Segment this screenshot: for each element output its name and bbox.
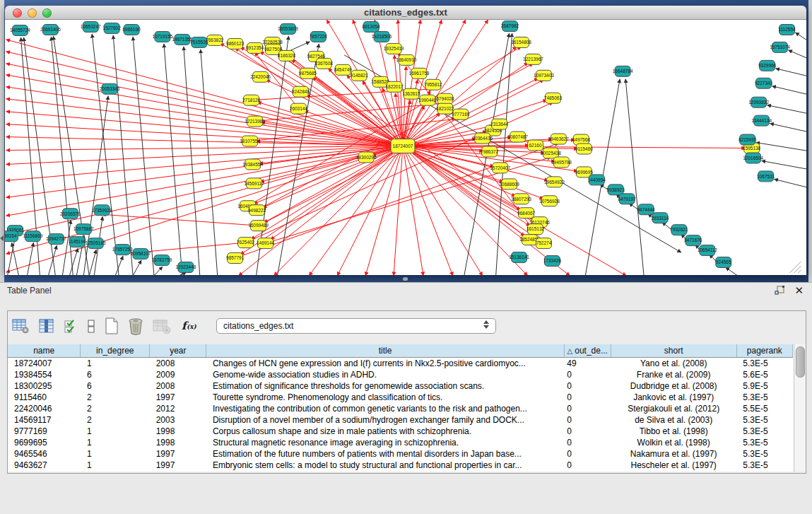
graph-node[interactable]: 11156869 [23, 231, 43, 242]
graph-node[interactable]: 9498222 [248, 205, 266, 216]
graph-node[interactable]: 19384554 [242, 159, 263, 170]
graph-node[interactable]: 10756928 [539, 196, 560, 206]
table-row[interactable]: 946554611997Estimation of the future num… [8, 448, 793, 460]
graph-node[interactable]: 17359928 [92, 205, 112, 216]
graph-node[interactable]: 9115460 [575, 144, 593, 154]
row-checks-icon[interactable] [64, 318, 78, 334]
graph-node[interactable]: 9242848 [292, 86, 310, 97]
graph-node[interactable]: 2313644 [490, 119, 509, 129]
table-row[interactable]: 2242004622012Investigating the contribut… [8, 403, 793, 414]
graph-node[interactable]: 9875685 [299, 68, 317, 78]
graph-node[interactable]: 13444134 [751, 115, 772, 126]
window-titlebar[interactable]: citations_edges.txt [5, 6, 806, 20]
rows-icon[interactable] [87, 318, 95, 334]
graph-node[interactable]: 6794028 [436, 93, 454, 104]
graph-node[interactable]: 19463627 [548, 134, 569, 144]
graph-node[interactable]: 9857791 [226, 253, 245, 264]
table-scrollbar[interactable] [794, 344, 806, 472]
column-header-title[interactable]: title [206, 344, 564, 358]
graph-node[interactable]: 39154 [5, 231, 18, 242]
select-columns-icon[interactable] [39, 318, 54, 334]
graph-node[interactable]: 7955812 [424, 79, 442, 90]
table-row[interactable]: 946362711997Embryonic stem cells: a mode… [8, 460, 793, 471]
table-scrollbar-thumb[interactable] [796, 346, 805, 378]
graph-node[interactable]: 12213983 [245, 116, 265, 127]
column-header-out_degree[interactable]: △out_de... [564, 344, 611, 358]
graph-node[interactable]: 8215935 [739, 134, 757, 145]
graph-node[interactable]: 12093832 [748, 97, 769, 107]
graph-node[interactable]: 1112554 [778, 24, 796, 35]
graph-node[interactable]: 1469144 [257, 238, 275, 249]
graph-node[interactable]: 19218506 [372, 31, 392, 42]
graph-node[interactable]: 2718126 [242, 95, 261, 105]
new-column-icon[interactable] [105, 317, 119, 334]
graph-node[interactable]: 62160 [528, 140, 543, 151]
table-row[interactable]: 969969511998Structural magnetic resonanc… [8, 437, 793, 448]
graph-node[interactable]: 1733426 [543, 256, 562, 267]
graph-node[interactable]: 18640910 [396, 54, 417, 65]
float-panel-icon[interactable] [775, 285, 786, 296]
graph-node[interactable]: 19654923 [544, 177, 565, 187]
column-header-in_degree[interactable]: in_degree [81, 344, 150, 358]
graph-node[interactable]: 20364436 [472, 133, 493, 144]
graph-node[interactable]: 7857224 [310, 31, 328, 42]
graph-node[interactable]: 1527602 [103, 23, 122, 33]
graph-node[interactable]: 1362615 [402, 88, 420, 99]
graph-node[interactable]: 1145194 [69, 237, 86, 247]
graph-node[interactable]: 6966160 [122, 24, 141, 35]
graph-node[interactable]: 12505185 [86, 238, 106, 249]
graph-node[interactable]: 9474444 [637, 204, 655, 215]
graph-node[interactable]: 16154808 [511, 37, 531, 47]
graph-node[interactable]: 10719155 [153, 31, 173, 42]
window-resize-grip[interactable] [789, 262, 801, 273]
graph-node[interactable]: 12213967 [523, 54, 543, 64]
graph-node[interactable]: 10975887 [73, 224, 94, 235]
graph-node[interactable]: 10654112 [698, 245, 718, 256]
graph-node[interactable]: 18807293 [511, 194, 531, 204]
graph-node[interactable]: 10973403 [534, 70, 554, 81]
left-panel-collapse-arrow[interactable] [0, 235, 4, 241]
graph-node[interactable]: 10958107 [131, 249, 151, 259]
graph-node[interactable]: 8454749 [334, 64, 353, 75]
graph-node[interactable]: 22420046 [250, 71, 271, 82]
graph-node[interactable]: 18300295 [356, 152, 377, 163]
graph-node[interactable]: 7515526 [190, 37, 208, 47]
table-row[interactable]: 1830029562008Estimation of significance … [8, 380, 793, 392]
table-row[interactable]: 1938455462009Genome-wide association stu… [8, 369, 793, 380]
function-builder-icon[interactable]: f (x) [180, 318, 200, 334]
graph-node[interactable]: 19495798 [551, 157, 572, 168]
graph-node[interactable]: 1440954 [588, 175, 606, 185]
table-row[interactable]: 911546021997Tourette syndrome. Phenomeno… [8, 392, 793, 403]
graph-node[interactable]: 10653247 [81, 21, 101, 32]
column-header-short[interactable]: short [611, 344, 736, 358]
graph-node[interactable]: 2933114 [652, 213, 669, 223]
graph-node[interactable]: 6912354 [246, 42, 264, 53]
graph-node[interactable]: 9860123 [226, 38, 245, 49]
graph-node[interactable]: 2687682 [501, 21, 519, 31]
graph-node[interactable]: 14569117 [244, 178, 264, 189]
graph-node[interactable]: 19325419 [384, 43, 404, 54]
graph-node[interactable]: 6479197 [618, 194, 637, 204]
table-row[interactable]: 1872400712008Changes of HCN gene express… [8, 358, 793, 370]
graph-node[interactable]: 10688609 [499, 179, 519, 189]
graph-node[interactable]: 9146821 [351, 70, 369, 81]
graph-node[interactable]: 16099489 [248, 221, 269, 231]
network-canvas[interactable]: 7663822986012369123542242004627181261221… [5, 20, 806, 275]
graph-node[interactable]: 13942737 [46, 234, 66, 245]
graph-node[interactable]: 17957253 [112, 245, 133, 255]
graph-node[interactable]: 15751074 [770, 42, 790, 52]
graph-node[interactable]: 12923448 [175, 262, 196, 273]
graph-node[interactable]: 2367608 [315, 58, 334, 69]
graph-node[interactable]: 15136141 [509, 252, 529, 263]
graph-node[interactable]: 2603144 [290, 103, 308, 114]
graph-node[interactable]: 8813054 [363, 21, 381, 32]
graph-node[interactable]: 7663822 [206, 35, 224, 45]
graph-node[interactable]: 9329966 [758, 60, 777, 71]
column-header-name[interactable]: name [8, 344, 81, 358]
graph-node[interactable]: 7932621 [670, 225, 688, 235]
graph-node[interactable]: 16782759 [152, 255, 172, 266]
graph-node[interactable]: 10807487 [507, 132, 528, 142]
graph-hub-node[interactable]: 18724007 [391, 139, 415, 153]
graph-node[interactable]: 7485063 [544, 93, 563, 103]
table-row[interactable]: 977716911998Corpus callosum shape and si… [8, 426, 793, 437]
